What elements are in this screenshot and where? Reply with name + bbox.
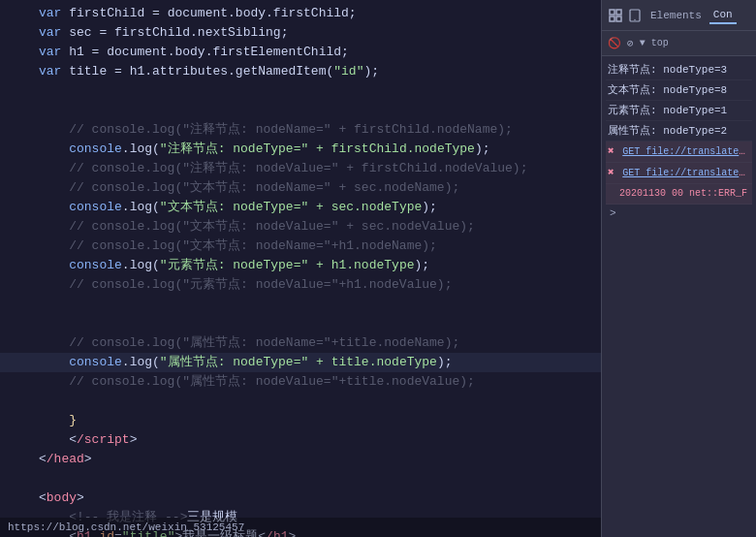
code-line: // console.log("注释节点: nodeValue=" + firs… [0,159,601,178]
inspect-icon[interactable] [608,8,623,23]
console-text: 文本节点: nodeType=8 [608,84,727,96]
error-icon: ✖ [608,145,614,157]
clear-console-icon[interactable]: 🚫 [608,37,621,49]
line-content: // console.log("属性节点: nodeValue="+title.… [39,372,593,392]
code-line: console.log("元素节点: nodeType=" + h1.nodeT… [0,256,601,275]
device-icon[interactable] [627,8,643,23]
status-url: https://blog.csdn.net/weixin_53125457 [8,521,244,533]
code-line: </head> [0,450,601,469]
line-content: </head> [39,450,593,469]
line-content: } [39,411,593,430]
code-line: // console.log("文本节点: nodeName=" + sec.n… [0,178,601,198]
code-line: var sec = firstChild.nextSibling; [0,23,601,43]
code-line: var firstChild = document.body.firstChil… [0,4,601,23]
line-content: // console.log("文本节点: nodeName="+h1.node… [39,237,593,256]
line-content [39,469,593,489]
line-content [39,101,593,120]
code-line [0,101,601,120]
code-line [0,81,601,101]
console-line: 元素节点: nodeType=1 [606,101,752,121]
prompt-symbol: > [610,207,616,219]
code-line [0,314,601,333]
tab-console[interactable]: Con [709,7,737,24]
line-content: console.log("元素节点: nodeType=" + h1.nodeT… [39,256,593,275]
devtools-panel: Elements Con 🚫 ⊘ ▼ top 注释节点: nodeType=3 … [601,0,756,537]
line-content: console.log("文本节点: nodeType=" + sec.node… [39,198,593,217]
devtools-tabs: Elements Con [602,0,756,31]
code-line [0,392,601,411]
console-line: 注释节点: nodeType=3 [606,60,752,80]
code-line: // console.log("属性节点: nodeName="+title.n… [0,333,601,353]
code-line [0,295,601,314]
line-content: var h1 = document.body.firstElementChild… [39,43,593,62]
console-text: 元素节点: nodeType=1 [608,105,727,116]
line-content: // console.log("注释节点: nodeName=" + first… [39,120,593,140]
line-content: // console.log("元素节点: nodeValue="+h1.nod… [39,275,593,295]
console-toolbar: 🚫 ⊘ ▼ top [602,31,756,56]
code-line: var title = h1.attributes.getNamedItem("… [0,62,601,81]
error-url: GET file://translate... [622,145,752,157]
line-content: var title = h1.attributes.getNamedItem("… [39,62,593,81]
line-content [39,314,593,333]
top-selector[interactable]: ▼ top [640,38,669,48]
svg-rect-2 [610,16,614,21]
line-content [39,295,593,314]
line-content: var sec = firstChild.nextSibling; [39,23,593,43]
code-line: // console.log("文本节点: nodeName="+h1.node… [0,237,601,256]
svg-point-5 [634,18,635,19]
svg-rect-0 [610,10,614,15]
line-content: var firstChild = document.body.firstChil… [39,4,593,23]
code-area: var firstChild = document.body.firstChil… [0,0,601,537]
status-bar: https://blog.csdn.net/weixin_53125457 [0,518,601,537]
console-error-sub: 20201130 00 net::ERR_F [606,184,752,205]
console-text: 属性节点: nodeType=2 [608,125,727,137]
line-content: console.log("注释节点: nodeType=" + firstChi… [39,140,593,159]
code-line: console.log("文本节点: nodeType=" + sec.node… [0,198,601,217]
code-line: <body> [0,489,601,508]
line-content: </script> [39,430,593,450]
console-line: 属性节点: nodeType=2 [606,121,752,142]
line-content: console.log("属性节点: nodeType=" + title.no… [39,353,593,372]
console-prompt[interactable]: > [606,205,752,222]
tab-elements[interactable]: Elements [646,8,706,23]
line-content: // console.log("文本节点: nodeValue=" + sec.… [39,217,593,237]
code-line: // console.log("文本节点: nodeValue=" + sec.… [0,217,601,237]
code-line: var h1 = document.body.firstElementChild… [0,43,601,62]
svg-rect-3 [616,16,621,21]
code-line: // console.log("元素节点: nodeValue="+h1.nod… [0,275,601,295]
code-line: console.log("注释节点: nodeType=" + firstChi… [0,140,601,159]
code-line: console.log("属性节点: nodeType=" + title.no… [0,353,601,372]
console-error-line: ✖ GET file://translate... [606,142,752,163]
svg-rect-1 [616,10,621,15]
error-icon: ✖ [608,167,614,178]
line-content: // console.log("属性节点: nodeName="+title.n… [39,333,593,353]
console-output[interactable]: 注释节点: nodeType=3 文本节点: nodeType=8 元素节点: … [602,56,756,537]
code-line: </script> [0,430,601,450]
code-line [0,469,601,489]
error-url-2: GET file://translate... [622,167,752,178]
console-line: 文本节点: nodeType=8 [606,80,752,101]
console-error-line-2: ✖ GET file://translate... [606,163,752,184]
code-line: // console.log("属性节点: nodeValue="+title.… [0,372,601,392]
line-content [39,392,593,411]
line-content: <body> [39,489,593,508]
line-content: // console.log("文本节点: nodeName=" + sec.n… [39,178,593,198]
code-line: // console.log("注释节点: nodeName=" + first… [0,120,601,140]
filter-icon[interactable]: ⊘ [627,37,634,49]
line-content: // console.log("注释节点: nodeValue=" + firs… [39,159,593,178]
editor-panel: var firstChild = document.body.firstChil… [0,0,601,537]
console-text: 注释节点: nodeType=3 [608,64,727,76]
line-content [39,81,593,101]
code-line: } [0,411,601,430]
